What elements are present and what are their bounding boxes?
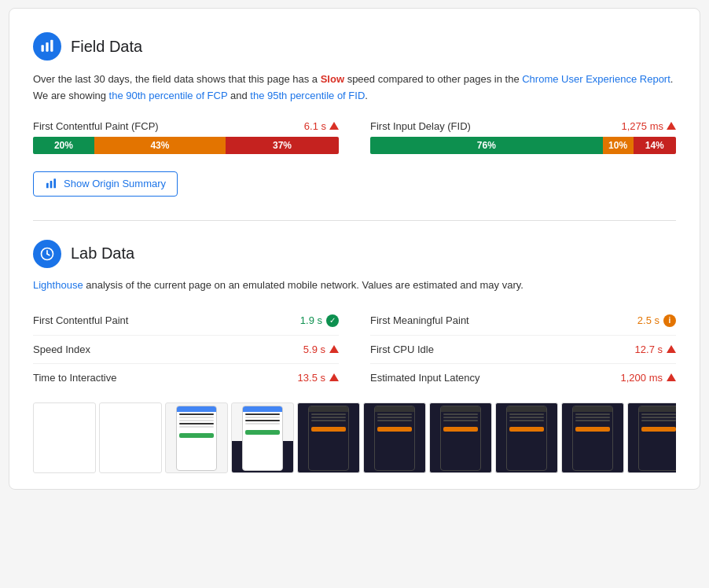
fcp-check-icon: ✓ <box>326 314 339 327</box>
svg-rect-5 <box>53 178 56 188</box>
screenshots-strip <box>33 402 676 473</box>
fcp-percentile-link[interactable]: the 90th percentile of FCP <box>109 90 228 101</box>
lab-eil-item: Estimated Input Latency 1,200 ms <box>370 364 676 391</box>
screenshot-2 <box>99 402 162 473</box>
fcp-label-row: First Contentful Paint (FCP) 6.1 s <box>33 120 339 132</box>
lab-data-header: Lab Data <box>33 240 676 268</box>
fid-bar-orange: 10% <box>603 137 634 154</box>
fcp-bar: 20% 43% 37% <box>33 137 339 154</box>
cpu-idle-triangle-icon <box>667 345 676 353</box>
mockup-8 <box>506 406 547 471</box>
lab-metrics-left: First Contentful Paint 1.9 s ✓ Speed Ind… <box>33 307 339 391</box>
screenshot-3 <box>165 402 228 473</box>
screenshot-10 <box>627 402 676 473</box>
mockup-7 <box>440 406 481 471</box>
lab-metrics-row: First Contentful Paint 1.9 s ✓ Speed Ind… <box>33 307 676 391</box>
svg-rect-2 <box>50 40 53 52</box>
fid-label-row: First Input Delay (FID) 1,275 ms <box>370 120 676 132</box>
lab-speed-index-item: Speed Index 5.9 s <box>33 336 339 364</box>
fcp-bar-green: 20% <box>33 137 94 154</box>
lab-eil-name: Estimated Input Latency <box>370 372 479 384</box>
origin-summary-bar-icon <box>45 178 57 190</box>
lab-data-description: Lighthouse analysis of the current page … <box>33 279 676 291</box>
svg-rect-4 <box>50 181 53 188</box>
field-data-icon <box>33 32 61 61</box>
field-data-title: Field Data <box>71 38 142 56</box>
screenshot-6 <box>363 402 426 473</box>
screenshot-5 <box>297 402 360 473</box>
fcp-label: First Contentful Paint (FCP) <box>33 120 159 132</box>
fid-bar: 76% 10% 14% <box>370 137 676 154</box>
fcp-block: First Contentful Paint (FCP) 6.1 s 20% 4… <box>33 120 339 160</box>
lab-data-title: Lab Data <box>71 244 134 263</box>
mockup-6 <box>374 406 415 471</box>
main-card: Field Data Over the last 30 days, the fi… <box>9 8 700 490</box>
lab-eil-value: 1,200 ms <box>621 372 676 384</box>
lab-tti-item: Time to Interactive 13.5 s <box>33 364 339 391</box>
screenshot-4 <box>231 402 294 473</box>
eil-triangle-icon <box>667 373 676 381</box>
mockup-4 <box>242 406 283 471</box>
svg-line-8 <box>47 254 50 255</box>
tti-triangle-icon <box>329 373 339 381</box>
lab-fmp-item: First Meaningful Paint 2.5 s i <box>370 307 676 336</box>
lab-fcp-name: First Contentful Paint <box>33 314 128 326</box>
fid-bar-green: 76% <box>370 137 603 154</box>
field-data-header: Field Data <box>33 32 676 61</box>
screenshot-7 <box>429 402 492 473</box>
mockup-5 <box>308 406 349 471</box>
lab-speed-index-name: Speed Index <box>33 344 90 355</box>
chrome-ux-report-link[interactable]: Chrome User Experience Report <box>522 73 670 85</box>
svg-rect-3 <box>46 182 49 188</box>
lab-speed-index-value: 5.9 s <box>303 344 339 355</box>
show-origin-summary-button[interactable]: Show Origin Summary <box>33 171 178 197</box>
lab-fcp-value: 1.9 s ✓ <box>300 314 339 327</box>
field-metrics-row: First Contentful Paint (FCP) 6.1 s 20% 4… <box>33 120 676 160</box>
lab-cpu-idle-name: First CPU Idle <box>370 344 434 355</box>
svg-rect-0 <box>42 45 44 51</box>
fid-label: First Input Delay (FID) <box>370 120 471 132</box>
lab-fcp-item: First Contentful Paint 1.9 s ✓ <box>33 307 339 336</box>
fid-triangle-icon <box>667 122 676 130</box>
fcp-bar-orange: 43% <box>94 137 226 154</box>
fid-block: First Input Delay (FID) 1,275 ms 76% 10%… <box>370 120 676 160</box>
svg-rect-1 <box>46 42 48 52</box>
fid-value: 1,275 ms <box>622 120 676 132</box>
mockup-9 <box>572 406 613 471</box>
mockup-10 <box>638 406 676 471</box>
lab-tti-value: 13.5 s <box>298 372 339 384</box>
lab-tti-name: Time to Interactive <box>33 372 116 384</box>
fcp-bar-red: 37% <box>226 137 339 154</box>
fid-bar-red: 14% <box>634 137 676 154</box>
fid-percentile-link[interactable]: the 95th percentile of FID <box>250 90 365 101</box>
screenshot-1 <box>33 402 96 473</box>
lab-fmp-name: First Meaningful Paint <box>370 314 469 326</box>
lighthouse-link[interactable]: Lighthouse <box>33 279 83 291</box>
mockup-3 <box>176 406 217 471</box>
screenshot-8 <box>495 402 558 473</box>
mockup-header <box>177 406 216 412</box>
lab-cpu-idle-value: 12.7 s <box>635 344 676 355</box>
fcp-triangle-icon <box>329 122 339 130</box>
section-divider <box>33 220 676 221</box>
field-data-description: Over the last 30 days, the field data sh… <box>33 72 676 105</box>
lab-fmp-value: 2.5 s i <box>637 314 676 327</box>
slow-label: Slow <box>321 73 344 85</box>
fmp-info-icon: i <box>663 314 676 327</box>
mockup-btn <box>179 433 214 438</box>
lab-metrics-right: First Meaningful Paint 2.5 s i First CPU… <box>370 307 676 391</box>
lab-data-icon <box>33 240 61 268</box>
mockup-content <box>177 412 216 431</box>
screenshot-9 <box>561 402 624 473</box>
speed-index-triangle-icon <box>329 345 339 353</box>
lab-cpu-idle-item: First CPU Idle 12.7 s <box>370 336 676 364</box>
fcp-value: 6.1 s <box>304 120 339 132</box>
